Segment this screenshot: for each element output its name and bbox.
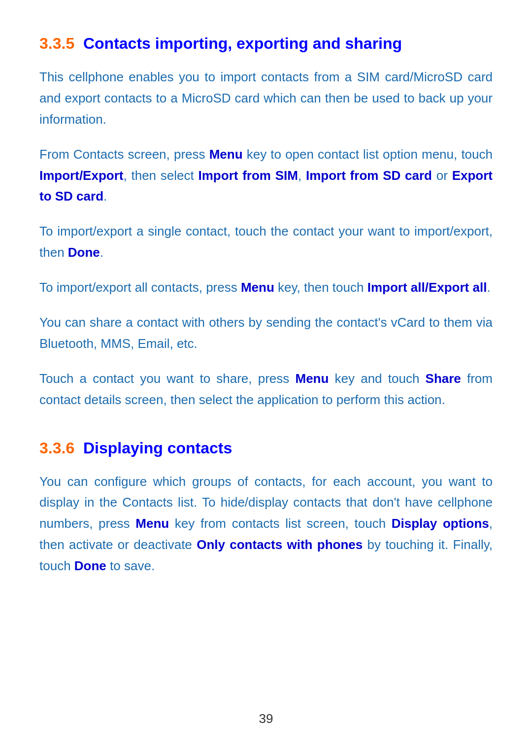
- term-done-1: Done: [68, 245, 100, 260]
- term-import-sd: Import from SD card: [306, 168, 432, 183]
- section-336-heading: 3.3.6 Displaying contacts: [39, 439, 493, 457]
- section-336: 3.3.6 Displaying contacts You can config…: [39, 434, 493, 590]
- paragraph-5: You can share a contact with others by s…: [39, 312, 493, 354]
- term-import-export: Import/Export: [39, 168, 123, 183]
- section-335-title: Contacts importing, exporting and sharin…: [83, 34, 402, 52]
- paragraph-7: You can configure which groups of contac…: [39, 471, 493, 577]
- term-import-export-all: Import all/Export all: [367, 280, 487, 295]
- term-menu-3: Menu: [295, 371, 329, 386]
- term-only-contacts: Only contacts with phones: [197, 537, 363, 552]
- section-336-number: 3.3.6: [39, 439, 83, 457]
- section-335-heading: 3.3.5 Contacts importing, exporting and …: [39, 34, 493, 53]
- paragraph-4: To import/export all contacts, press Men…: [39, 277, 493, 298]
- section-335-number: 3.3.5: [39, 34, 83, 52]
- section-336-title: Displaying contacts: [83, 439, 232, 457]
- paragraph-1: This cellphone enables you to import con…: [39, 67, 493, 130]
- term-display-options: Display options: [392, 516, 489, 531]
- paragraph-6: Touch a contact you want to share, press…: [39, 368, 493, 411]
- page-container: 3.3.5 Contacts importing, exporting and …: [0, 0, 532, 756]
- paragraph-2: From Contacts screen, press Menu key to …: [39, 144, 493, 207]
- paragraph-3: To import/export a single contact, touch…: [39, 221, 493, 263]
- term-import-sim: Import from SIM: [199, 168, 298, 183]
- page-number: 39: [39, 691, 493, 726]
- term-menu-1: Menu: [209, 147, 243, 162]
- term-menu-4: Menu: [135, 516, 169, 531]
- term-share: Share: [426, 371, 461, 386]
- term-menu-2: Menu: [241, 280, 274, 295]
- term-done-2: Done: [74, 558, 106, 573]
- section-335: 3.3.5 Contacts importing, exporting and …: [39, 30, 493, 424]
